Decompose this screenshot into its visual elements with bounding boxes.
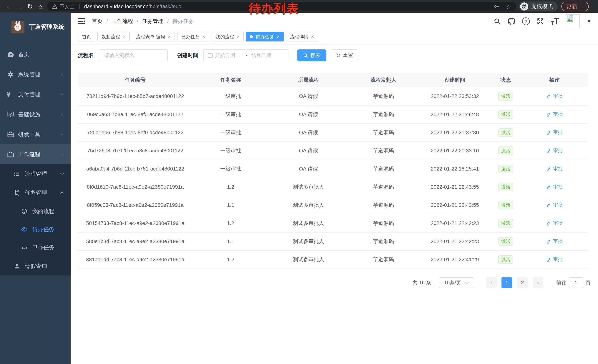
sidebar-item-home[interactable]: 首页 <box>0 44 71 65</box>
browser-chrome: ← → ↻ ⌂ 不安全 | dashboard.yudao.iocoder.cn… <box>0 0 598 13</box>
approve-link[interactable]: 审批 <box>546 184 563 190</box>
tab-process-detail[interactable]: 流程详情 × <box>286 32 318 41</box>
close-icon[interactable]: × <box>237 34 240 39</box>
approve-link[interactable]: 审批 <box>546 147 563 154</box>
search-icon[interactable] <box>493 18 501 25</box>
sidebar-item-leave-query[interactable]: 请假查询 <box>0 257 71 275</box>
close-icon[interactable]: × <box>202 34 205 39</box>
status-badge: 激活 <box>498 237 513 246</box>
reset-button[interactable]: ↻ 重置 <box>331 49 358 61</box>
breadcrumb-home[interactable]: 首页 <box>92 18 103 25</box>
saved-password-key-icon[interactable] <box>493 3 500 10</box>
tab-label: 已办任务 <box>181 34 200 40</box>
browser-forward-icon[interactable]: → <box>15 3 25 10</box>
prev-page-button[interactable]: ‹ <box>486 277 497 288</box>
tab-label: 我的流程 <box>216 34 234 40</box>
date-range-picker[interactable]: - <box>203 49 288 61</box>
approve-link[interactable]: 审批 <box>546 256 563 263</box>
sidebar-item-done-tasks[interactable]: 已办任务 <box>0 238 71 257</box>
cell-task-name: 一级审批 <box>193 93 269 100</box>
tab-my-process[interactable]: 我的流程 × <box>212 32 244 41</box>
approve-label: 审批 <box>553 129 563 136</box>
status-badge: 激活 <box>498 183 513 191</box>
page-button-1[interactable]: 1 <box>501 277 512 288</box>
close-icon[interactable]: × <box>311 34 314 39</box>
status-badge: 激活 <box>498 110 513 119</box>
tab-start-process[interactable]: 发起流程 × <box>98 32 130 41</box>
browser-menu-dots-icon[interactable]: ⋮ <box>580 3 586 10</box>
sidebar-item-process-mgmt[interactable]: 流程管理 <box>0 164 71 183</box>
approve-link[interactable]: 审批 <box>546 238 563 244</box>
breadcrumb-task-mgmt[interactable]: 任务管理 <box>142 18 163 25</box>
pagination: 共 16 条 10条/页 ‹ 1 2 › 前往 页 <box>78 277 590 288</box>
sidebar-item-todo-tasks[interactable]: 待办任务 <box>0 220 71 238</box>
sidebar-item-my-process[interactable]: 我的流程 <box>0 202 71 220</box>
cell-task-name: 1.2 <box>193 184 269 190</box>
cell-starter: 芋道源码 <box>348 111 419 118</box>
tab-home[interactable]: 首页 <box>78 32 95 41</box>
end-date-input[interactable] <box>251 52 279 58</box>
cell-process: 测试多审批人 <box>269 238 348 245</box>
tab-label: 发起流程 <box>101 34 120 40</box>
avatar[interactable] <box>565 14 580 28</box>
tab-done-tasks[interactable]: 已办任务 × <box>177 32 209 41</box>
page-size-select[interactable]: 10条/页 <box>439 277 474 288</box>
next-page-button[interactable]: › <box>533 277 543 288</box>
browser-home-icon[interactable]: ⌂ <box>35 3 46 10</box>
fullscreen-icon[interactable] <box>537 17 544 25</box>
security-label[interactable]: 不安全 <box>60 3 75 10</box>
approve-link[interactable]: 审批 <box>546 111 563 117</box>
sidebar-item-devtools[interactable]: 研发工具 <box>0 124 71 145</box>
sidebar-item-payment[interactable]: ¥ 支付管理 <box>0 84 71 105</box>
cell-process: OA 请假 <box>269 111 348 118</box>
approve-link[interactable]: 审批 <box>546 202 563 208</box>
col-process: 所属流程 <box>269 76 348 83</box>
table-row: 8f059c03-7ac8-11ec-a9e2-a2380e71991a 1.1… <box>78 196 588 214</box>
cell-process: 测试多审批人 <box>269 202 348 209</box>
github-icon[interactable] <box>507 17 515 25</box>
tab-form-edit[interactable]: 流程表单-编辑 × <box>132 32 175 41</box>
process-name-input[interactable] <box>99 49 168 61</box>
text-size-icon[interactable]: T T <box>551 17 559 25</box>
create-time-label: 创建时间 <box>177 52 199 59</box>
approve-link[interactable]: 审批 <box>546 165 563 172</box>
start-date-input[interactable] <box>215 52 242 58</box>
approve-link[interactable]: 审批 <box>546 220 563 226</box>
cell-starter: 芋道源码 <box>348 165 419 172</box>
table-row: 381aa1dd-7ac8-11ec-a9e2-a2380e71991a 1.2… <box>78 251 588 269</box>
reset-button-label: 重置 <box>343 52 353 59</box>
dashboard-icon <box>7 50 15 58</box>
bookmark-star-icon[interactable]: ☆ <box>506 3 512 10</box>
sidebar-item-workflow[interactable]: 工作流程 <box>0 145 71 164</box>
table-row: 069c6a63-7b8a-11ec-8ef0-acde48001122 一级审… <box>78 105 588 124</box>
search-button[interactable]: 搜索 <box>297 49 326 61</box>
close-icon[interactable]: × <box>123 34 126 39</box>
page-unit-label: 页 <box>586 279 590 286</box>
tab-todo-tasks[interactable]: 待办任务 × <box>246 32 284 41</box>
page-button-2[interactable]: 2 <box>517 277 528 288</box>
process-name-label: 流程名 <box>78 52 94 59</box>
table-header-row: 任务编号 任务名称 所属流程 流程发起人 创建时间 状态 操作 <box>78 73 588 87</box>
breadcrumb-separator: / <box>106 18 108 24</box>
toolbox-icon <box>7 130 15 138</box>
goto-page-input[interactable] <box>569 277 583 288</box>
browser-reload-icon[interactable]: ↻ <box>25 3 35 10</box>
sidebar-collapse-icon[interactable] <box>77 17 86 25</box>
sidebar-item-task-mgmt[interactable]: 任务管理 <box>0 183 71 202</box>
browser-update-button[interactable]: 更新 ⋮ <box>561 2 589 11</box>
approve-label: 审批 <box>553 184 563 190</box>
col-status: 状态 <box>491 76 521 83</box>
browser-back-icon[interactable]: ← <box>4 3 15 10</box>
approve-link[interactable]: 审批 <box>546 129 563 136</box>
avatar-caret-down-icon[interactable]: ▼ <box>587 19 591 24</box>
sidebar-item-system[interactable]: 系统管理 <box>0 65 71 84</box>
url-path: /bpm/task/todo <box>148 4 181 9</box>
col-task-name: 任务名称 <box>193 76 269 83</box>
help-icon[interactable]: ? <box>522 17 530 25</box>
approve-link[interactable]: 审批 <box>546 93 563 99</box>
breadcrumb-workflow[interactable]: 工作流程 <box>112 18 133 25</box>
col-task-id: 任务编号 <box>78 76 193 83</box>
close-icon[interactable]: × <box>277 34 280 39</box>
sidebar-item-infrastructure[interactable]: 基础设施 <box>0 105 71 124</box>
close-icon[interactable]: × <box>168 34 171 39</box>
